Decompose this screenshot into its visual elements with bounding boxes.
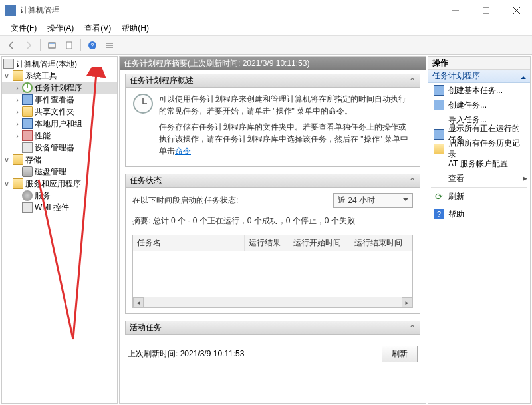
folder-icon <box>13 70 23 81</box>
panel-status-title: 任务状态 <box>130 175 162 186</box>
status-summary: 摘要: 总计 0 个 - 0 个正在运行，0 个成功，0 个停止，0 个失败 <box>132 215 413 227</box>
menu-action[interactable]: 操作(A) <box>42 21 79 35</box>
menu-file[interactable]: 文件(F) <box>5 21 42 35</box>
chevron-up-icon[interactable]: ⌃ <box>409 323 416 333</box>
action-create-task[interactable]: 创建任务... <box>428 98 530 112</box>
overview-text-2: 任务存储在任务计划程序库的文件夹中。若要查看单独任务上的操作或执行该操作，请在任… <box>159 121 413 157</box>
gear-icon <box>22 190 33 201</box>
col-task-name[interactable]: 任务名 <box>133 235 245 251</box>
help-icon: ? <box>434 209 444 219</box>
panel-overview-title: 任务计划程序概述 <box>130 75 194 86</box>
tree-wmi[interactable]: WMI 控件 <box>2 202 117 213</box>
action-enable-history[interactable]: 启用所有任务历史记录 <box>428 142 530 156</box>
tree-services[interactable]: 服务 <box>2 190 117 202</box>
chevron-up-icon[interactable]: ⌃ <box>409 76 416 86</box>
toolbar-properties-button[interactable] <box>62 38 76 53</box>
col-run-result[interactable]: 运行结果 <box>245 235 289 251</box>
col-start-time[interactable]: 运行开始时间 <box>289 235 350 251</box>
toolbar-forward-button[interactable] <box>21 38 36 53</box>
tree-root[interactable]: 计算机管理(本地) <box>2 58 117 70</box>
refresh-button[interactable]: 刷新 <box>382 346 418 362</box>
col-end-time[interactable]: 运行结束时间 <box>350 235 412 251</box>
window-title: 计算机管理 <box>20 5 440 16</box>
separator <box>431 187 527 188</box>
panel-overview: 任务计划程序概述⌃ 可以使用任务计划程序来创建和管理计算机将在所指定的时间自动执… <box>125 74 420 167</box>
maximize-button[interactable] <box>471 0 501 21</box>
menu-help[interactable]: 帮助(H) <box>116 21 154 35</box>
running-icon <box>434 129 444 140</box>
svg-text:?: ? <box>90 42 94 49</box>
panel-active-title: 活动任务 <box>130 322 162 333</box>
wmi-icon <box>22 202 33 213</box>
toolbar-separator <box>40 39 41 51</box>
command-link[interactable]: 命令 <box>175 146 191 156</box>
overview-text-1: 可以使用任务计划程序来创建和管理计算机将在所指定的时间自动执行的常见任务。若要开… <box>159 93 413 117</box>
minimize-button[interactable] <box>440 0 471 21</box>
import-icon <box>434 114 444 125</box>
device-icon <box>22 142 33 153</box>
status-label: 在以下时间段启动的任务状态: <box>132 195 238 206</box>
tree-storage[interactable]: ∨存储 <box>2 154 117 166</box>
time-range-combo[interactable]: 近 24 小时 <box>333 193 413 208</box>
refresh-icon: ⟳ <box>434 191 444 202</box>
app-icon <box>5 5 16 16</box>
task-status-table[interactable]: 任务名 运行结果 运行开始时间 运行结束时间 ◄► <box>132 235 413 308</box>
tree-shared-folders[interactable]: ›共享文件夹 <box>2 106 117 118</box>
clock-icon <box>132 93 154 114</box>
tree-task-scheduler[interactable]: ›任务计划程序 <box>2 82 117 94</box>
tree-disk-management[interactable]: 磁盘管理 <box>2 166 117 178</box>
toolbar-separator <box>80 39 81 51</box>
toolbar-help-button[interactable]: ? <box>85 38 100 53</box>
action-view[interactable]: 查看▶ <box>428 171 530 186</box>
tree-local-users[interactable]: ›本地用户和组 <box>2 118 117 130</box>
svg-rect-6 <box>66 42 72 49</box>
actions-subheader[interactable]: 任务计划程序 <box>428 70 530 83</box>
account-icon <box>434 158 444 169</box>
toolbar-back-button[interactable] <box>4 38 19 53</box>
action-refresh[interactable]: ⟳刷新 <box>428 189 530 203</box>
users-icon <box>22 118 33 129</box>
panel-task-status: 任务状态⌃ 在以下时间段启动的任务状态: 近 24 小时 摘要: 总计 0 个 … <box>125 174 420 314</box>
navigation-tree[interactable]: 计算机管理(本地) ∨系统工具 ›任务计划程序 ›事件查看器 ›共享文件夹 ›本… <box>1 56 118 404</box>
history-icon <box>434 144 444 154</box>
close-button[interactable] <box>501 0 532 21</box>
view-icon <box>434 173 444 184</box>
clock-icon <box>22 82 33 93</box>
triangle-up-icon <box>521 74 526 79</box>
chevron-up-icon[interactable]: ⌃ <box>409 176 416 186</box>
tree-system-tools[interactable]: ∨系统工具 <box>2 70 117 82</box>
action-create-basic-task[interactable]: 创建基本任务... <box>428 83 530 98</box>
tree-event-viewer[interactable]: ›事件查看器 <box>2 94 117 106</box>
last-refresh-text: 上次刷新时间: 2021/3/9 10:11:53 <box>128 348 244 360</box>
chevron-right-icon: ▶ <box>523 175 527 182</box>
event-icon <box>22 94 33 105</box>
svg-rect-5 <box>49 43 55 44</box>
center-header: 任务计划程序摘要(上次刷新时间: 2021/3/9 10:11:53) <box>120 57 426 70</box>
perf-icon <box>22 130 33 141</box>
svg-rect-1 <box>483 7 489 14</box>
tree-device-manager[interactable]: 设备管理器 <box>2 142 117 154</box>
separator <box>431 205 527 205</box>
task-icon <box>434 100 444 110</box>
toolbar-up-button[interactable] <box>45 38 59 53</box>
menu-view[interactable]: 查看(V) <box>79 21 116 35</box>
tree-services-apps[interactable]: ∨服务和应用程序 <box>2 178 117 190</box>
panel-active-tasks: 活动任务⌃ <box>125 321 420 335</box>
action-at-account[interactable]: AT 服务帐户配置 <box>428 156 530 171</box>
actions-header: 操作 <box>428 57 530 70</box>
action-help[interactable]: ?帮助 <box>428 207 530 221</box>
folder-icon <box>22 106 33 117</box>
disk-icon <box>22 166 33 177</box>
tree-performance[interactable]: ›性能 <box>2 130 117 142</box>
folder-icon <box>13 154 23 165</box>
horizontal-scrollbar[interactable]: ◄► <box>133 297 412 307</box>
toolbar-list-button[interactable] <box>102 38 117 53</box>
task-icon <box>434 85 444 96</box>
folder-icon <box>13 178 23 189</box>
computer-icon <box>3 59 14 69</box>
